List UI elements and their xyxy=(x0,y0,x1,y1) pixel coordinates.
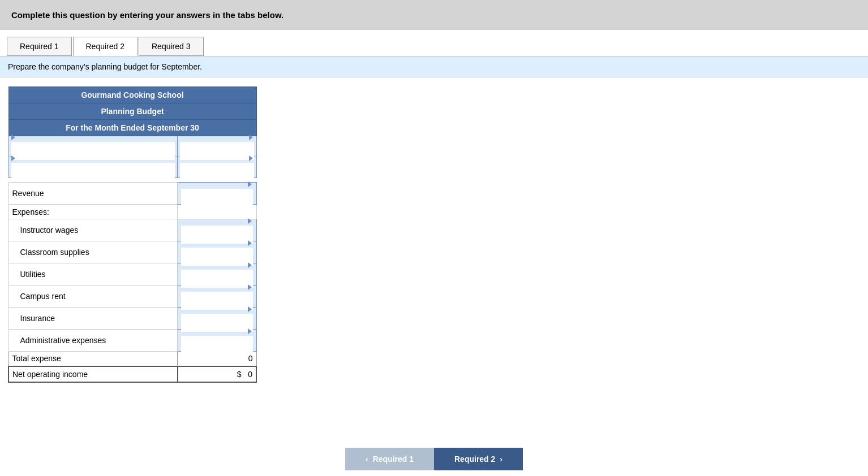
header-row-2: Planning Budget xyxy=(8,103,256,120)
instructor-wages-input[interactable] xyxy=(181,226,252,244)
triangle-icon-ut xyxy=(248,262,252,268)
triangle-icon-2b xyxy=(249,155,253,161)
campus-rent-input[interactable] xyxy=(181,292,252,310)
net-income-value: $ 0 xyxy=(178,366,256,382)
header-row-1: Gourmand Cooking School xyxy=(8,87,256,103)
revenue-value xyxy=(178,183,256,205)
content-description: Prepare the company’s planning budget fo… xyxy=(0,57,868,77)
input-field-value-2[interactable] xyxy=(180,163,253,181)
revenue-input[interactable] xyxy=(181,189,252,207)
header-row-3: For the Month Ended September 30 xyxy=(8,120,256,136)
utilities-value xyxy=(178,263,256,285)
net-income-row: Net operating income $ 0 xyxy=(8,366,256,382)
budget-table: Gourmand Cooking School Planning Budget … xyxy=(8,86,257,383)
tab-required2[interactable]: Required 2 xyxy=(73,37,138,56)
triangle-icon-1 xyxy=(11,135,15,140)
triangle-icon-2 xyxy=(11,155,15,161)
prev-button[interactable]: ‹ Required 1 xyxy=(345,448,434,470)
bottom-nav: ‹ Required 1 Required 2 › xyxy=(0,442,868,476)
description-text: Prepare the company’s planning budget fo… xyxy=(8,62,202,71)
table-title2: Planning Budget xyxy=(8,103,256,120)
triangle-icon-1b xyxy=(249,135,253,140)
classroom-supplies-row: Classroom supplies xyxy=(8,241,256,263)
triangle-icon-cs xyxy=(248,240,252,246)
insurance-input[interactable] xyxy=(181,314,252,332)
main-content: Gourmand Cooking School Planning Budget … xyxy=(0,77,868,392)
next-button[interactable]: Required 2 › xyxy=(434,448,523,470)
revenue-label: Revenue xyxy=(8,183,178,205)
classroom-supplies-label: Classroom supplies xyxy=(8,241,178,263)
input-value-2 xyxy=(178,157,256,178)
utilities-input[interactable] xyxy=(181,270,252,288)
campus-rent-value xyxy=(178,285,256,308)
table-title1: Gourmand Cooking School xyxy=(8,87,256,103)
input-label-2 xyxy=(8,157,178,178)
campus-rent-label: Campus rent xyxy=(8,285,178,308)
triangle-icon-rev xyxy=(248,181,252,187)
input-row-2 xyxy=(8,157,256,178)
utilities-row: Utilities xyxy=(8,263,256,285)
admin-expenses-input[interactable] xyxy=(181,336,252,354)
instructor-wages-value xyxy=(178,219,256,241)
triangle-icon-iw xyxy=(248,218,252,224)
insurance-value xyxy=(178,308,256,330)
utilities-label: Utilities xyxy=(8,263,178,285)
input-field-value-1[interactable] xyxy=(180,142,253,160)
instructor-wages-row: Instructor wages xyxy=(8,219,256,241)
instruction-bar: Complete this question by entering your … xyxy=(0,0,868,30)
triangle-icon-ins xyxy=(248,306,252,312)
input-value-1 xyxy=(178,136,256,157)
total-expense-label: Total expense xyxy=(8,352,178,366)
input-field-label-2[interactable] xyxy=(11,163,175,181)
admin-expenses-label: Administrative expenses xyxy=(8,330,178,352)
instructor-wages-label: Instructor wages xyxy=(8,219,178,241)
classroom-supplies-input[interactable] xyxy=(181,248,252,266)
classroom-supplies-value xyxy=(178,241,256,263)
admin-expenses-row: Administrative expenses xyxy=(8,330,256,352)
chevron-right-icon: › xyxy=(500,455,502,464)
chevron-left-icon: ‹ xyxy=(366,455,368,464)
admin-expenses-value xyxy=(178,330,256,352)
table-title3: For the Month Ended September 30 xyxy=(8,120,256,136)
triangle-icon-cr xyxy=(248,284,252,290)
input-field-label-1[interactable] xyxy=(11,142,175,160)
insurance-label: Insurance xyxy=(8,308,178,330)
next-label: Required 2 xyxy=(454,455,495,464)
net-income-label: Net operating income xyxy=(8,366,178,382)
triangle-icon-ae xyxy=(248,328,252,334)
input-row-1 xyxy=(8,136,256,157)
campus-rent-row: Campus rent xyxy=(8,285,256,308)
instruction-text: Complete this question by entering your … xyxy=(11,10,283,20)
expenses-label: Expenses: xyxy=(8,205,178,219)
tabs-container: Required 1 Required 2 Required 3 xyxy=(0,30,868,57)
input-label-1 xyxy=(8,136,178,157)
insurance-row: Insurance xyxy=(8,308,256,330)
prev-label: Required 1 xyxy=(373,455,414,464)
tab-required1[interactable]: Required 1 xyxy=(7,37,72,56)
revenue-row: Revenue xyxy=(8,183,256,205)
tab-required3[interactable]: Required 3 xyxy=(139,37,204,56)
